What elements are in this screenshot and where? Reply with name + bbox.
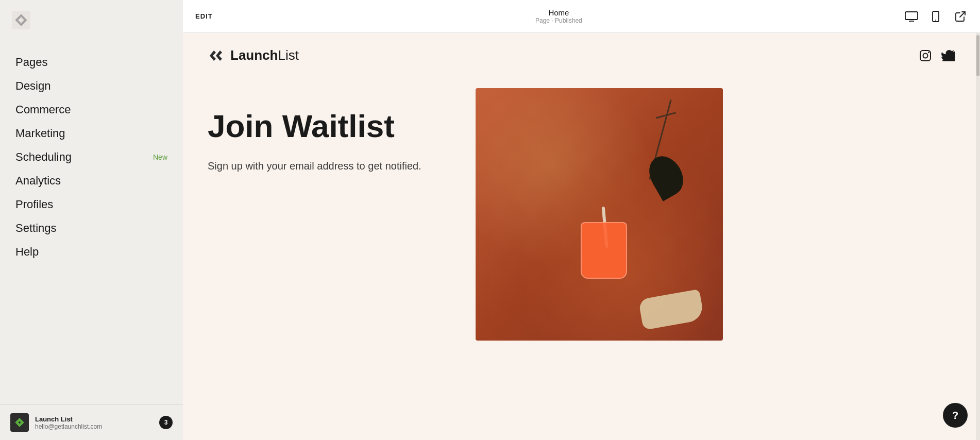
- notification-badge[interactable]: 3: [159, 416, 173, 429]
- topbar-actions: [905, 9, 968, 24]
- sidebar-item-marketing[interactable]: Marketing: [0, 122, 183, 145]
- instagram-icon[interactable]: [918, 48, 933, 63]
- mobile-view-icon[interactable]: [928, 9, 943, 24]
- sidebar-item-pages[interactable]: Pages: [0, 50, 183, 74]
- footer-account-info: Launch List hello@getlaunchlist.com: [35, 415, 102, 430]
- site-logo-bold-text: Launch: [230, 47, 278, 63]
- site-nav-social-icons: [918, 48, 955, 63]
- main-area: EDIT Home Page · Published: [183, 0, 980, 440]
- image-leaf: [643, 150, 690, 201]
- footer-user-info[interactable]: Launch List hello@getlaunchlist.com: [10, 413, 102, 432]
- sidebar-item-profiles[interactable]: Profiles: [0, 193, 183, 216]
- site-content: Join Waitlist Sign up with your email ad…: [183, 78, 980, 341]
- svg-line-6: [960, 12, 965, 17]
- preview-frame: LaunchList: [183, 33, 980, 440]
- svg-point-9: [928, 52, 930, 53]
- twitter-icon[interactable]: [941, 48, 955, 63]
- sidebar-item-settings[interactable]: Settings: [0, 216, 183, 240]
- sidebar-footer: Launch List hello@getlaunchlist.com 3: [0, 404, 183, 440]
- help-button[interactable]: ?: [943, 403, 968, 428]
- sidebar-item-analytics[interactable]: Analytics: [0, 169, 183, 193]
- footer-brand-icon: [10, 413, 29, 432]
- site-logo-chevrons: [208, 48, 227, 63]
- site-logo: LaunchList: [208, 47, 299, 63]
- sidebar-item-design[interactable]: Design: [0, 74, 183, 98]
- svg-rect-1: [905, 12, 918, 20]
- sidebar-item-help[interactable]: Help: [0, 240, 183, 264]
- scrollbar-thumb: [976, 35, 979, 76]
- svg-point-8: [923, 53, 928, 58]
- topbar: EDIT Home Page · Published: [183, 0, 980, 33]
- page-subtitle: Page · Published: [535, 17, 582, 24]
- site-heading: Join Waitlist: [208, 109, 455, 144]
- svg-rect-0: [12, 11, 30, 29]
- sidebar-navigation: Pages Design Commerce Marketing Scheduli…: [0, 40, 183, 404]
- site-header: LaunchList: [183, 33, 980, 78]
- sidebar-item-scheduling[interactable]: Scheduling New: [0, 145, 183, 169]
- sidebar: Pages Design Commerce Marketing Scheduli…: [0, 0, 183, 440]
- squarespace-logo-icon[interactable]: [10, 9, 32, 31]
- desktop-view-icon[interactable]: [905, 11, 918, 22]
- site-logo-light-text: List: [278, 47, 298, 63]
- site-text-content: Join Waitlist Sign up with your email ad…: [208, 88, 455, 174]
- image-cup: [581, 222, 627, 279]
- svg-point-5: [935, 20, 936, 21]
- site-hero-image: [476, 88, 723, 341]
- site-subtext: Sign up with your email address to get n…: [208, 158, 455, 174]
- open-external-icon[interactable]: [953, 9, 968, 24]
- image-ginger: [638, 289, 705, 330]
- sidebar-item-commerce[interactable]: Commerce: [0, 98, 183, 122]
- edit-button[interactable]: EDIT: [195, 12, 213, 20]
- sidebar-logo-area: [0, 0, 183, 40]
- site-preview: LaunchList: [183, 33, 980, 440]
- page-title: Home: [548, 8, 569, 17]
- topbar-page-info: Home Page · Published: [535, 8, 582, 24]
- preview-scrollbar[interactable]: [976, 33, 980, 440]
